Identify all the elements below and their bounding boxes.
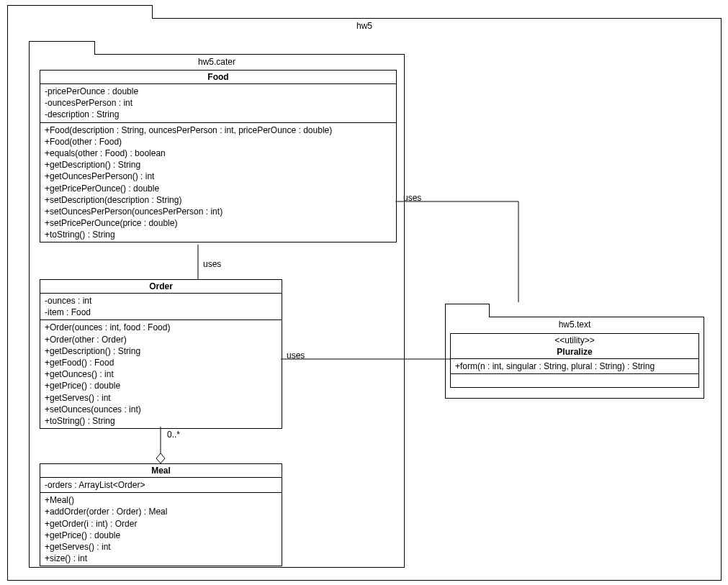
op: +getServes() : int: [45, 392, 277, 404]
class-pluralize-title: Pluralize: [451, 345, 698, 359]
op: +getPrice() : double: [45, 530, 277, 541]
op: +getDescription() : String: [45, 159, 392, 171]
op: +form(n : int, singular : String, plural…: [455, 360, 694, 372]
class-pluralize-empty: [451, 374, 698, 387]
op: +size() : int: [45, 553, 277, 564]
class-meal-title: Meal: [40, 464, 282, 478]
attr: -description : String: [45, 109, 392, 120]
attr: -orders : ArrayList<Order>: [45, 479, 277, 491]
op: +getOuncesPerPerson() : int: [45, 171, 392, 182]
op: +setPricePerOunce(price : double): [45, 217, 392, 229]
op: +setDescription(description : String): [45, 194, 392, 206]
class-order-title: Order: [40, 280, 282, 294]
attr: -pricePerOunce : double: [45, 86, 392, 97]
op: +toString() : String: [45, 415, 277, 427]
package-cater-title: hw5.cater: [30, 55, 404, 69]
op: +getOrder(i : int) : Order: [45, 518, 277, 530]
op: +setOunces(ounces : int): [45, 404, 277, 415]
op: +getPricePerOunce() : double: [45, 183, 392, 194]
label-uses-food-pluralize: uses: [403, 193, 421, 203]
class-meal: Meal -orders : ArrayList<Order> +Meal() …: [40, 463, 282, 566]
op: +toString() : String: [45, 229, 392, 240]
attr: -ounces : int: [45, 295, 277, 307]
label-multiplicity-order-meal: 0..*: [167, 430, 180, 440]
class-order-ops: +Order(ounces : int, food : Food) +Order…: [40, 320, 282, 428]
label-uses-order-pluralize: uses: [287, 350, 305, 360]
package-cater-tab: [29, 41, 95, 55]
op: +equals(other : Food) : boolean: [45, 148, 392, 159]
op: +getOunces() : int: [45, 368, 277, 380]
op: +Food(other : Food): [45, 136, 392, 148]
package-text-title: hw5.text: [446, 317, 704, 332]
package-hw5-title: hw5: [8, 19, 721, 33]
op: +getServes() : int: [45, 541, 277, 553]
package-hw5-tab: [7, 5, 153, 19]
package-text-tab: [445, 304, 490, 317]
class-food-attrs: -pricePerOunce : double -ouncesPerPerson…: [40, 84, 396, 123]
class-order-attrs: -ounces : int -item : Food: [40, 294, 282, 320]
op: +Order(ounces : int, food : Food): [45, 322, 277, 333]
op: +Order(other : Order): [45, 334, 277, 345]
class-food-ops: +Food(description : String, ouncesPerPer…: [40, 123, 396, 242]
op: +getPrice() : double: [45, 380, 277, 391]
class-order: Order -ounces : int -item : Food +Order(…: [40, 279, 282, 429]
class-pluralize-ops: +form(n : int, singular : String, plural…: [451, 359, 698, 374]
op: +getFood() : Food: [45, 357, 277, 368]
class-pluralize: <<utility>> Pluralize +form(n : int, sin…: [450, 333, 699, 388]
class-food: Food -pricePerOunce : double -ouncesPerP…: [40, 70, 397, 242]
attr: -ouncesPerPerson : int: [45, 97, 392, 109]
op: +Meal(): [45, 494, 277, 506]
class-food-title: Food: [40, 71, 396, 84]
op: +addOrder(order : Order) : Meal: [45, 506, 277, 517]
class-pluralize-stereotype: <<utility>>: [451, 334, 698, 345]
op: +getDescription() : String: [45, 345, 277, 357]
op: +Food(description : String, ouncesPerPer…: [45, 124, 392, 136]
class-meal-attrs: -orders : ArrayList<Order>: [40, 478, 282, 493]
class-meal-ops: +Meal() +addOrder(order : Order) : Meal …: [40, 493, 282, 566]
label-uses-food-order: uses: [203, 259, 221, 269]
op: +setOuncesPerPerson(ouncesPerPerson : in…: [45, 206, 392, 217]
attr: -item : Food: [45, 307, 277, 318]
